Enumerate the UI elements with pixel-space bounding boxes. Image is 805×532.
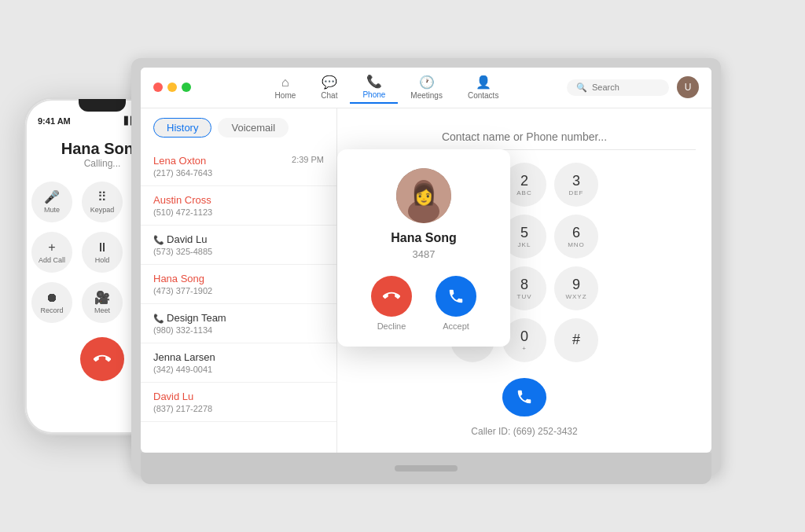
decline-icon [383,288,400,305]
dial-key-main: 9 [572,277,580,293]
dial-key-main: 3 [572,173,580,189]
end-call-icon [94,350,111,368]
accept-button[interactable] [436,276,476,317]
call-name: Hana Song [153,273,204,284]
close-button[interactable] [153,83,163,92]
app-topbar: ⌂ Home 💬 Chat 📞 Phone 🕐 Meetings [141,68,711,108]
meetings-label: Meetings [410,91,443,100]
call-list-item[interactable]: Jenna Larsen (342) 449-0041 [141,343,336,383]
call-name: Austin Cross [153,194,211,206]
record-icon: ⏺ [46,291,58,305]
macbook-bottom [141,453,711,484]
dial-key-3[interactable]: 3DEF [554,163,598,207]
dial-key-main: 5 [520,225,528,241]
hold-button[interactable]: ⏸ Hold [82,232,123,273]
phone-nav-icon: 📞 [366,74,382,89]
dial-key-main: # [572,332,580,348]
dial-key-main: 0 [520,328,528,345]
mute-label: Mute [44,206,60,214]
call-number: (473) 377-1902 [153,286,324,295]
home-label: Home [275,91,296,100]
call-list-item[interactable]: Lena Oxton 2:39 PM (217) 364-7643 [141,147,336,186]
scene: 9:41 AM ▋▋▋ 📶 🔋 Hana Song Calling... 🎤 M… [0,0,805,532]
nav-phone[interactable]: 📞 Phone [350,71,398,104]
call-list-item[interactable]: Hana Song (473) 377-1902 [141,265,336,304]
call-list-item[interactable]: 📞 Design Team (980) 332-1134 [141,304,336,343]
macbook-device: ⌂ Home 💬 Chat 📞 Phone 🕐 Meetings [131,58,721,475]
contact-avatar: 👩 [396,168,451,223]
dial-key-main: 6 [572,225,580,241]
nav-items: ⌂ Home 💬 Chat 📞 Phone 🕐 Meetings [207,71,567,104]
app-content: History Voicemail Lena Oxton 2:39 PM (21… [141,108,711,453]
dial-key-9[interactable]: 9WXYZ [554,266,598,310]
meet-icon: 🎥 [94,290,110,305]
incoming-call-popup: 👩 Hana Song 3487 Decline [337,149,510,347]
avatar: U [677,76,699,98]
meetings-icon: 🕐 [419,75,435,90]
call-name: David Lu [153,391,193,402]
call-number: (342) 449-0041 [153,365,324,374]
call-list-item[interactable]: Austin Cross (510) 472-1123 [141,186,336,226]
history-tabs: History Voicemail [141,108,336,147]
home-icon: ⌂ [281,75,289,90]
dial-key-sub: ABC [516,189,531,196]
iphone-time: 9:41 AM [38,116,71,126]
accept-col: Accept [436,276,476,331]
nav-contacts[interactable]: 👤 Contacts [455,72,511,103]
caller-id: Caller ID: (669) 252-3432 [471,426,577,437]
search-icon: 🔍 [576,83,587,93]
call-list-item[interactable]: David Lu (837) 217-2278 [141,383,336,422]
add-call-icon: + [48,240,55,255]
add-call-button[interactable]: + Add Call [31,232,72,273]
call-list-item[interactable]: 📞 David Lu (573) 325-4885 [141,226,336,265]
macbook-bottom-notch [395,465,458,471]
decline-label: Decline [377,321,406,331]
decline-col: Decline [371,276,412,331]
contacts-label: Contacts [468,91,498,100]
nav-meetings[interactable]: 🕐 Meetings [398,72,455,103]
svg-text:👩: 👩 [411,182,437,207]
chat-icon: 💬 [322,75,337,90]
decline-button[interactable] [371,276,412,317]
tab-voicemail[interactable]: Voicemail [218,118,289,138]
chat-label: Chat [321,91,337,100]
call-name: Lena Oxton [153,155,206,167]
meet-button[interactable]: 🎥 Meet [82,282,123,323]
call-name: Jenna Larsen [153,351,215,363]
call-list: Lena Oxton 2:39 PM (217) 364-7643 Austin… [141,147,336,453]
call-button[interactable] [502,378,546,416]
phone-number-input[interactable] [353,124,696,150]
dial-key-sub: JKL [518,241,531,248]
keypad-button[interactable]: ⠿ Keypad [82,182,123,222]
dial-key-6[interactable]: 6MNO [554,215,598,259]
record-button[interactable]: ⏺ Record [31,282,72,323]
call-name: 📞 Design Team [153,312,226,324]
search-bar[interactable]: 🔍 [567,79,669,96]
mute-button[interactable]: 🎤 Mute [31,182,72,222]
keypad-icon: ⠿ [97,189,107,204]
contact-avatar-image: 👩 [396,168,451,223]
nav-home[interactable]: ⌂ Home [263,72,309,103]
add-call-label: Add Call [39,256,65,264]
accept-label: Accept [443,321,469,331]
end-call-button[interactable] [80,337,124,381]
minimize-window-button[interactable] [167,83,177,92]
iphone-call-status: Calling... [84,158,121,169]
dial-key-main: 8 [520,277,528,293]
maximize-button[interactable] [182,83,191,92]
search-input[interactable] [592,83,663,92]
call-button-icon [516,388,533,405]
dial-key-main: 2 [520,173,528,189]
nav-chat[interactable]: 💬 Chat [308,72,350,103]
macbook-screen: ⌂ Home 💬 Chat 📞 Phone 🕐 Meetings [141,68,711,453]
call-actions: Decline Accept [371,276,476,331]
traffic-lights [153,83,191,92]
dial-key-sub: DEF [569,189,584,196]
history-panel: History Voicemail Lena Oxton 2:39 PM (21… [141,108,337,453]
call-number: (217) 364-7643 [153,168,324,178]
hold-icon: ⏸ [96,240,108,255]
mute-icon: 🎤 [44,189,60,204]
dial-key-#[interactable]: # [554,318,598,362]
call-number: (837) 217-2278 [153,404,324,413]
tab-history[interactable]: History [153,118,211,138]
